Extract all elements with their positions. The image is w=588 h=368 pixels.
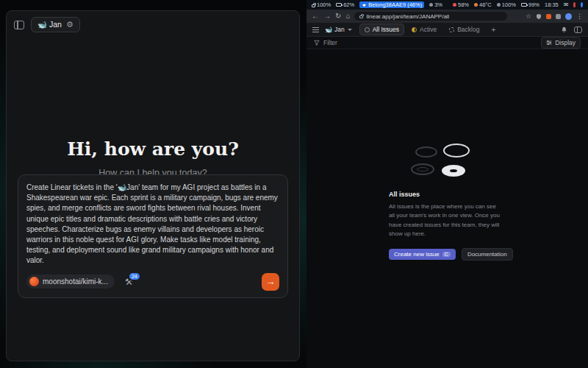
cpu-icon <box>429 3 433 7</box>
composer-toolbar: moonshotai/kimi-k... ⚒ 24 → <box>26 273 279 291</box>
composer: Create Linear tickets in the '🐋Jan' team… <box>18 174 288 298</box>
notification-app-icon[interactable] <box>573 2 576 7</box>
filter-label: Filter <box>323 39 337 46</box>
shield-icon[interactable] <box>536 13 542 20</box>
messenger-app-icon[interactable] <box>581 2 583 7</box>
display-sliders-icon <box>546 40 552 46</box>
workspace-switcher[interactable]: 🐋 Jan <box>325 26 352 33</box>
brightness-icon <box>497 3 501 7</box>
issue-state-oval-1 <box>415 146 437 158</box>
tab-all-issues[interactable]: All Issues <box>359 24 404 35</box>
chat-header: 🐋 Jan ⚙ <box>7 11 299 38</box>
menu-icon[interactable] <box>312 27 319 32</box>
issue-state-oval-2 <box>443 144 470 158</box>
backlog-icon <box>449 27 454 32</box>
tab-backlog-label: Backlog <box>457 26 479 33</box>
status-volume: 58% <box>453 1 469 8</box>
status-temperature-value: 46°C <box>479 1 492 8</box>
desktop: 🐋 Jan ⚙ Hi, how are you? How can I help … <box>0 0 588 368</box>
forward-button[interactable]: → <box>323 13 331 20</box>
empty-state-actions: Create new issue C Documentation <box>389 248 501 261</box>
status-cpu: 3% <box>429 1 442 8</box>
browser-toolbar-right: ☆ ⋮ <box>526 13 583 20</box>
battery-icon <box>336 3 342 7</box>
temperature-icon <box>474 3 478 7</box>
browser-toolbar: ← → ↻ ⌂ linear.app/jani/team/JANAPP/all … <box>306 10 588 23</box>
greeting-block: Hi, how are you? How can I help you toda… <box>7 138 299 178</box>
wifi-network-badge[interactable]: Belong38AAE9 (46%) <box>359 1 424 8</box>
send-button[interactable]: → <box>262 273 279 291</box>
send-arrow-icon: → <box>266 276 276 287</box>
linear-issues-area: All issues All issues is the place where… <box>306 49 588 368</box>
moonshot-model-icon <box>29 277 39 286</box>
display-button[interactable]: Display <box>541 37 581 49</box>
documentation-button[interactable]: Documentation <box>462 248 513 261</box>
workspace-selector[interactable]: 🐋 Jan ⚙ <box>31 17 80 32</box>
status-clock: 18:35 <box>545 1 559 8</box>
status-cpu-value: 3% <box>434 1 442 8</box>
create-new-issue-button[interactable]: Create new issue C <box>389 249 456 260</box>
bookmark-star-icon[interactable]: ☆ <box>526 13 531 20</box>
linear-header-right <box>561 26 582 33</box>
downloads-icon[interactable] <box>556 14 561 19</box>
filter-funnel-icon <box>314 40 320 46</box>
bell-icon[interactable] <box>561 26 567 33</box>
profile-avatar[interactable] <box>565 13 572 20</box>
filter-button[interactable]: Filter <box>314 39 337 46</box>
status-battery2-value: 99% <box>528 1 539 8</box>
empty-state-description: All issues is the place where you can se… <box>389 202 501 239</box>
wifi-icon <box>362 3 367 7</box>
status-battery-2: 99% <box>521 1 539 8</box>
right-monitor-stack: 100% 62% Belong38AAE9 (46%) 3% 58% 46° <box>306 0 588 368</box>
status-signal: 100% <box>312 1 331 8</box>
gear-icon[interactable]: ⚙ <box>66 21 74 29</box>
shortcut-key-badge: C <box>442 252 451 257</box>
jan-chat-window: 🐋 Jan ⚙ Hi, how are you? How can I help … <box>6 10 300 361</box>
tab-active[interactable]: Active <box>406 24 442 35</box>
lock-icon <box>359 15 363 18</box>
linear-filter-bar: Filter Display <box>306 37 588 49</box>
workspace-label: 🐋 Jan <box>37 20 62 29</box>
add-view-button[interactable]: + <box>487 24 500 36</box>
status-temperature: 46°C <box>474 1 492 8</box>
workspace-name: 🐋 Jan <box>325 26 345 33</box>
status-signal-value: 100% <box>317 1 331 8</box>
linear-app-header: 🐋 Jan All Issues Active Backlog + <box>306 23 588 37</box>
lock-icon <box>312 4 315 7</box>
greeting-title: Hi, how are you? <box>7 138 299 160</box>
status-volume-value: 58% <box>458 1 469 8</box>
wifi-network-name: Belong38AAE9 (46%) <box>368 1 422 8</box>
model-name: moonshotai/kimi-k... <box>43 277 108 286</box>
status-brightness-value: 100% <box>502 1 516 8</box>
tab-backlog[interactable]: Backlog <box>444 24 484 35</box>
extensions-icon[interactable] <box>546 14 551 19</box>
empty-state-illustration <box>409 144 480 180</box>
prompt-input[interactable]: Create Linear tickets in the '🐋Jan' team… <box>26 183 279 266</box>
tab-active-label: Active <box>420 26 437 33</box>
tab-all-issues-label: All Issues <box>373 26 399 33</box>
status-battery-value: 62% <box>343 1 354 8</box>
mail-icon[interactable]: ✉ <box>564 2 569 8</box>
home-button[interactable]: ⌂ <box>345 13 350 20</box>
menu-dots-icon[interactable]: ⋮ <box>576 13 583 20</box>
issue-state-oval-4 <box>442 165 465 177</box>
chevron-down-icon <box>348 29 352 31</box>
all-issues-icon <box>365 27 370 32</box>
url-text: linear.app/jani/team/JANAPP/all <box>366 13 449 20</box>
display-label: Display <box>555 39 576 46</box>
status-battery: 62% <box>336 1 354 8</box>
sidebar-toggle-icon[interactable] <box>14 21 24 29</box>
tools-count-badge: 24 <box>128 272 141 281</box>
right-panel-toggle-icon[interactable] <box>574 26 582 33</box>
issue-state-oval-3 <box>411 163 434 175</box>
volume-icon <box>453 3 456 7</box>
address-bar[interactable]: linear.app/jani/team/JANAPP/all <box>354 12 507 21</box>
empty-state-title: All issues <box>389 191 501 198</box>
tools-button[interactable]: ⚒ 24 <box>125 277 133 286</box>
in-progress-icon <box>412 27 417 32</box>
status-brightness: 100% <box>497 1 516 8</box>
create-new-issue-label: Create new issue <box>394 251 440 258</box>
reload-button[interactable]: ↻ <box>335 13 341 20</box>
back-button[interactable]: ← <box>312 13 319 20</box>
model-selector[interactable]: moonshotai/kimi-k... <box>26 275 115 289</box>
